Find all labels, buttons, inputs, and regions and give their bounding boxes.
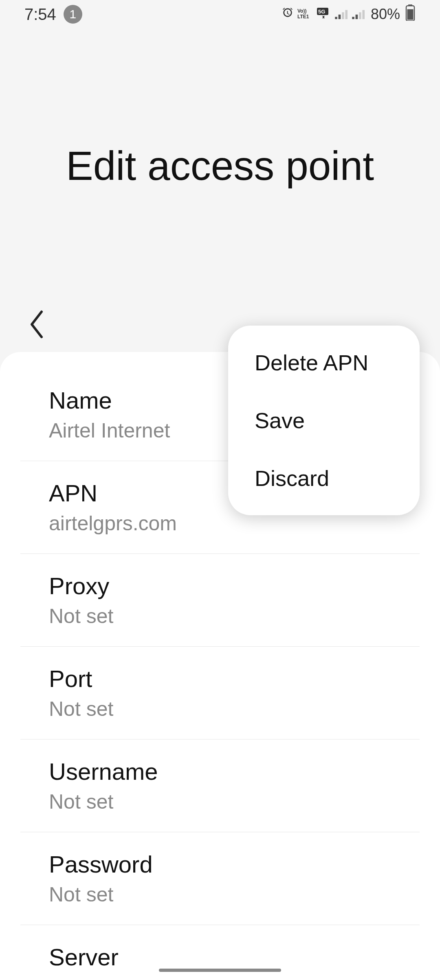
chevron-left-icon (29, 310, 45, 339)
field-value: Not set (49, 697, 391, 721)
svg-rect-8 (352, 17, 354, 19)
home-indicator[interactable] (159, 969, 281, 972)
svg-rect-9 (356, 15, 358, 19)
field-port[interactable]: Port Not set (20, 647, 420, 739)
svg-rect-7 (345, 10, 348, 19)
field-label: Server (49, 943, 391, 971)
field-label: Password (49, 851, 391, 878)
back-button[interactable] (29, 310, 45, 345)
field-value: Not set (49, 790, 391, 814)
field-label: Username (49, 758, 391, 785)
svg-text:LTE1: LTE1 (297, 14, 309, 19)
signal-icon-2 (352, 6, 366, 23)
svg-text:Vo)): Vo)) (297, 8, 306, 14)
field-value: Not set (49, 604, 391, 628)
status-icons: Vo))LTE1 5G (281, 6, 366, 23)
field-value: Not set (49, 883, 391, 906)
svg-rect-6 (342, 12, 344, 19)
status-right: Vo))LTE1 5G 80% (281, 4, 416, 24)
field-label: Proxy (49, 572, 391, 599)
header-area: Edit access point (0, 28, 440, 303)
field-label: Port (49, 665, 391, 692)
field-password[interactable]: Password Not set (20, 832, 420, 925)
svg-rect-5 (339, 15, 341, 19)
alarm-icon (281, 6, 294, 23)
svg-text:5G: 5G (318, 9, 325, 15)
menu-delete-apn[interactable]: Delete APN (228, 334, 420, 392)
overflow-menu: Delete APN Save Discard (228, 326, 420, 515)
battery-icon (405, 4, 416, 24)
volte-indicator: Vo))LTE1 (297, 8, 314, 21)
signal-icon-1 (335, 6, 349, 23)
5g-indicator: 5G (317, 8, 332, 21)
field-username[interactable]: Username Not set (20, 739, 420, 832)
status-bar: 7:54 1 Vo))LTE1 5G 80% (0, 0, 440, 28)
status-left: 7:54 1 (24, 5, 82, 24)
svg-rect-4 (335, 17, 337, 19)
field-value: Not set (49, 976, 391, 980)
battery-percent: 80% (371, 6, 400, 23)
field-proxy[interactable]: Proxy Not set (20, 554, 420, 647)
status-time: 7:54 (24, 5, 56, 24)
page-title: Edit access point (0, 142, 440, 189)
svg-rect-11 (362, 10, 365, 19)
notification-badge: 1 (64, 5, 82, 24)
menu-save[interactable]: Save (228, 392, 420, 449)
svg-rect-10 (359, 12, 361, 19)
svg-rect-14 (407, 9, 414, 20)
menu-discard[interactable]: Discard (228, 449, 420, 507)
